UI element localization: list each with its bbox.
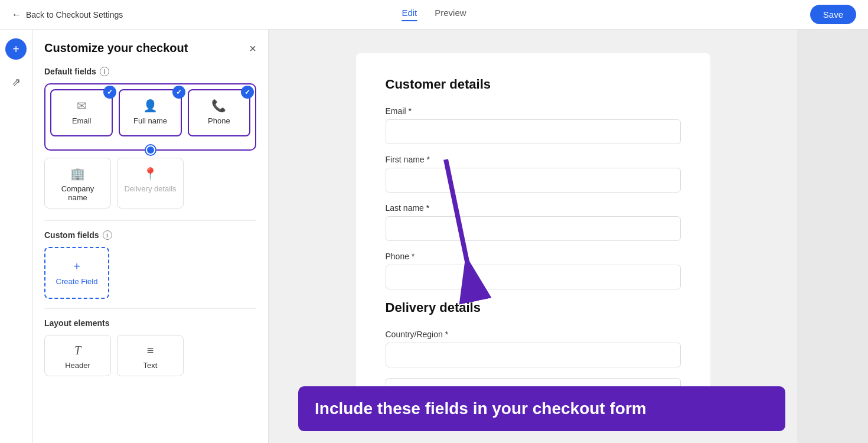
panel-title: Customize your checkout — [44, 41, 188, 55]
tooltip-text: Include these fields in your checkout fo… — [315, 399, 647, 418]
phone-label: Phone — [208, 116, 230, 125]
checkout-form: Customer details Email * First name * La… — [356, 53, 710, 419]
delivery-icon: 📍 — [143, 167, 158, 181]
tab-preview[interactable]: Preview — [435, 8, 466, 21]
create-plus-icon: + — [73, 260, 80, 273]
layout-text[interactable]: ≡ Text — [117, 335, 184, 376]
icon-sidebar: + ⇗ — [0, 30, 32, 443]
layout-grid: T Header ≡ Text — [44, 335, 256, 376]
main-layout: + ⇗ Customize your checkout × Default fi… — [0, 30, 868, 443]
firstname-input[interactable] — [386, 168, 681, 193]
country-form-label: Country/Region * — [386, 330, 681, 339]
share-button[interactable]: ⇗ — [5, 71, 27, 93]
email-field-group: Email * — [386, 106, 681, 144]
delivery-section-title: Delivery details — [386, 300, 681, 315]
layout-header[interactable]: T Header — [44, 335, 111, 376]
phone-field-group: Phone * — [386, 252, 681, 289]
create-field-label: Create Field — [56, 277, 98, 286]
back-link[interactable]: ← Back to Checkout Settings — [12, 9, 123, 20]
phone-form-label: Phone * — [386, 252, 681, 261]
tooltip-banner: Include these fields in your checkout fo… — [298, 386, 785, 431]
header-icon: T — [74, 344, 81, 357]
field-company[interactable]: 🏢 Company name — [44, 158, 111, 209]
phone-input[interactable] — [386, 265, 681, 289]
field-fullname[interactable]: ✓ 👤 Full name — [119, 89, 181, 136]
selected-fields-group: ✓ ✉ Email ✓ 👤 Full name ✓ 📞 Phone — [44, 83, 256, 151]
preview-area: Customer details Email * First name * La… — [269, 30, 797, 443]
divider-1 — [44, 220, 256, 221]
lastname-input[interactable] — [386, 216, 681, 241]
info-icon[interactable]: i — [100, 67, 109, 76]
tab-edit[interactable]: Edit — [402, 8, 417, 21]
lastname-form-label: Last name * — [386, 203, 681, 213]
default-fields-label: Default fields i — [44, 67, 256, 76]
layout-elements-label: Layout elements — [44, 318, 256, 328]
email-label: Email — [72, 116, 92, 125]
email-form-label: Email * — [386, 106, 681, 116]
field-phone[interactable]: ✓ 📞 Phone — [188, 89, 250, 136]
fullname-icon: 👤 — [143, 99, 158, 113]
field-delivery[interactable]: 📍 Delivery details — [117, 158, 184, 209]
close-button[interactable]: × — [249, 43, 256, 54]
divider-2 — [44, 308, 256, 309]
text-icon: ≡ — [147, 344, 154, 357]
back-label: Back to Checkout Settings — [26, 10, 123, 19]
more-fields-grid: 🏢 Company name 📍 Delivery details — [44, 158, 256, 209]
company-icon: 🏢 — [70, 167, 85, 181]
panel-header: Customize your checkout × — [44, 41, 256, 55]
nav-tabs: Edit Preview — [402, 8, 466, 21]
back-arrow-icon: ← — [12, 9, 21, 20]
country-field-group: Country/Region * — [386, 330, 681, 367]
firstname-field-group: First name * — [386, 155, 681, 193]
customize-panel: Customize your checkout × Default fields… — [32, 30, 269, 443]
firstname-form-label: First name * — [386, 155, 681, 164]
check-badge-fullname: ✓ — [172, 86, 185, 99]
header-label: Header — [65, 361, 90, 370]
create-field-card[interactable]: + Create Field — [44, 247, 109, 299]
country-input[interactable] — [386, 343, 681, 367]
add-button[interactable]: + — [5, 38, 27, 60]
customer-details-title: Customer details — [386, 77, 681, 92]
email-input[interactable] — [386, 119, 681, 144]
check-badge-phone: ✓ — [241, 86, 254, 99]
save-button[interactable]: Save — [810, 5, 856, 24]
group-dot-indicator — [146, 145, 155, 155]
email-icon: ✉ — [77, 99, 87, 113]
phone-icon: 📞 — [211, 99, 226, 113]
top-nav: ← Back to Checkout Settings Edit Preview… — [0, 0, 868, 30]
field-email[interactable]: ✓ ✉ Email — [50, 89, 113, 136]
right-gray-panel — [797, 30, 868, 443]
text-label: Text — [143, 361, 158, 370]
custom-info-icon[interactable]: i — [103, 230, 112, 240]
delivery-label: Delivery details — [124, 184, 176, 193]
custom-fields-label: Custom fields i — [44, 230, 256, 240]
default-fields-grid: ✓ ✉ Email ✓ 👤 Full name ✓ 📞 Phone — [50, 89, 250, 136]
check-badge-email: ✓ — [103, 86, 116, 99]
fullname-label: Full name — [133, 116, 167, 125]
lastname-field-group: Last name * — [386, 203, 681, 241]
company-label: Company name — [51, 184, 105, 202]
